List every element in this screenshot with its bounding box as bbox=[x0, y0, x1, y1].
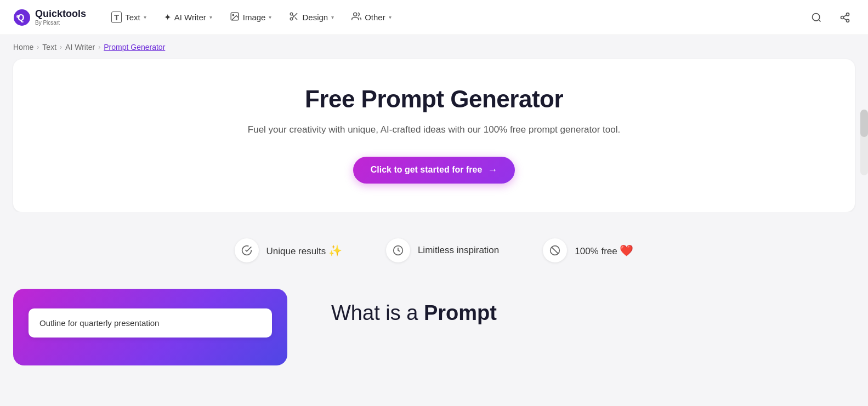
feature-limitless: Limitless inspiration bbox=[386, 238, 499, 262]
design-chevron-icon: ▾ bbox=[331, 14, 334, 20]
other-chevron-icon: ▾ bbox=[389, 14, 392, 20]
scrollbar-thumb[interactable] bbox=[860, 110, 868, 137]
breadcrumb-ai-writer[interactable]: AI Writer bbox=[65, 43, 95, 52]
free-label: 100% free ❤️ bbox=[575, 244, 633, 257]
unique-circle bbox=[235, 238, 259, 262]
svg-point-14 bbox=[841, 16, 844, 19]
unique-emoji: ✨ bbox=[328, 244, 342, 256]
limitless-label: Limitless inspiration bbox=[418, 245, 499, 256]
nav-text-label: Text bbox=[125, 13, 140, 22]
input-card bbox=[13, 289, 287, 365]
svg-point-10 bbox=[354, 13, 357, 16]
logo-text: Quicktools By Picsart bbox=[35, 9, 86, 26]
free-emoji: ❤️ bbox=[620, 244, 633, 256]
ai-writer-chevron-icon: ▾ bbox=[209, 14, 212, 20]
search-button[interactable] bbox=[807, 8, 826, 27]
share-button[interactable] bbox=[835, 8, 855, 27]
cta-arrow-icon: → bbox=[487, 164, 497, 176]
svg-point-5 bbox=[291, 13, 293, 15]
nav-item-ai-writer[interactable]: ✦ AI Writer ▾ bbox=[156, 8, 220, 27]
logo-tagline: By Picsart bbox=[35, 20, 86, 26]
svg-point-13 bbox=[847, 13, 849, 15]
what-title-plain: What is a bbox=[331, 301, 424, 324]
logo-icon: Q bbox=[13, 9, 31, 26]
nav-design-label: Design bbox=[302, 13, 328, 22]
breadcrumb-prompt-generator[interactable]: Prompt Generator bbox=[104, 43, 165, 52]
cta-button[interactable]: Click to get started for free → bbox=[353, 157, 515, 184]
svg-line-12 bbox=[819, 19, 821, 21]
nav-other-label: Other bbox=[365, 13, 385, 22]
scrollbar-track[interactable] bbox=[860, 110, 868, 175]
hero-section: Free Prompt Generator Fuel your creativi… bbox=[13, 59, 855, 212]
feature-unique: Unique results ✨ bbox=[235, 238, 342, 262]
cta-label: Click to get started for free bbox=[371, 165, 483, 175]
image-chevron-icon: ▾ bbox=[269, 14, 271, 20]
breadcrumb-home[interactable]: Home bbox=[13, 43, 33, 52]
text-chevron-icon: ▾ bbox=[144, 14, 146, 20]
nav-item-text[interactable]: T Text ▾ bbox=[104, 7, 154, 27]
free-circle bbox=[543, 238, 567, 262]
svg-line-9 bbox=[293, 15, 294, 16]
breadcrumb-sep-3: › bbox=[98, 43, 100, 51]
nav-image-label: Image bbox=[243, 13, 266, 22]
nav-item-design[interactable]: Design ▾ bbox=[281, 7, 342, 28]
other-person-icon bbox=[351, 12, 361, 24]
navbar: Q Quicktools By Picsart T Text ▾ ✦ AI Wr… bbox=[0, 0, 868, 35]
svg-point-2 bbox=[16, 15, 20, 18]
breadcrumb-sep-2: › bbox=[60, 43, 62, 51]
logo-link[interactable]: Q Quicktools By Picsart bbox=[13, 9, 86, 26]
image-icon bbox=[230, 12, 240, 24]
svg-line-16 bbox=[843, 18, 847, 20]
nav-ai-writer-label: AI Writer bbox=[174, 13, 206, 22]
features-strip: Unique results ✨ Limitless inspiration 1… bbox=[0, 212, 868, 289]
unique-label: Unique results ✨ bbox=[266, 244, 342, 257]
svg-point-11 bbox=[813, 13, 820, 20]
prompt-input[interactable] bbox=[29, 308, 272, 338]
breadcrumb: Home › Text › AI Writer › Prompt Generat… bbox=[0, 35, 868, 59]
nav-right bbox=[807, 8, 855, 27]
nav-items: T Text ▾ ✦ AI Writer ▾ Image ▾ Design ▾ bbox=[104, 7, 807, 28]
breadcrumb-text[interactable]: Text bbox=[42, 43, 56, 52]
what-title-bold: Prompt bbox=[424, 301, 497, 324]
feature-free: 100% free ❤️ bbox=[543, 238, 633, 262]
logo-name: Quicktools bbox=[35, 9, 86, 20]
text-bracket-icon: T bbox=[111, 12, 122, 23]
nav-item-other[interactable]: Other ▾ bbox=[344, 7, 399, 28]
hero-subtitle: Fuel your creativity with unique, AI-cra… bbox=[26, 123, 842, 137]
svg-point-15 bbox=[847, 19, 849, 22]
svg-point-4 bbox=[232, 14, 234, 15]
limitless-circle bbox=[386, 238, 410, 262]
svg-line-8 bbox=[295, 17, 297, 19]
breadcrumb-sep-1: › bbox=[37, 43, 39, 51]
hero-title: Free Prompt Generator bbox=[26, 85, 842, 113]
svg-line-20 bbox=[552, 247, 558, 254]
nav-item-image[interactable]: Image ▾ bbox=[222, 7, 280, 28]
ai-writer-pen-icon: ✦ bbox=[164, 12, 171, 22]
svg-line-17 bbox=[843, 15, 847, 16]
bottom-section: What is a Prompt bbox=[0, 289, 868, 376]
svg-point-6 bbox=[291, 18, 293, 20]
what-title: What is a Prompt bbox=[331, 300, 855, 327]
what-section: What is a Prompt bbox=[331, 289, 855, 338]
design-scissors-icon bbox=[289, 12, 299, 24]
